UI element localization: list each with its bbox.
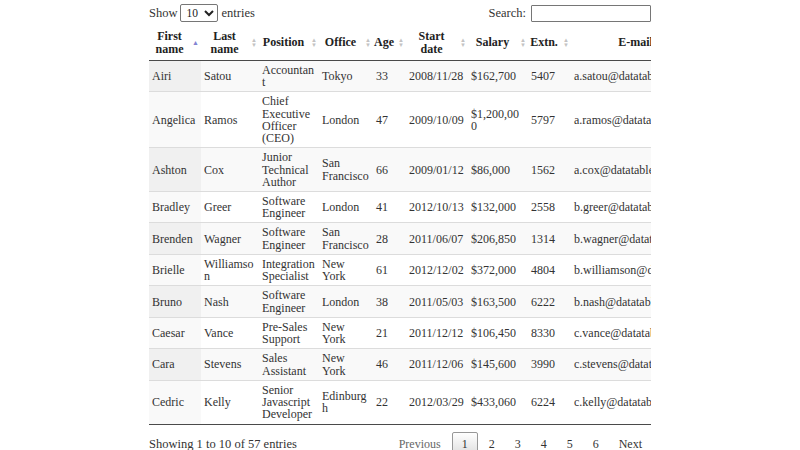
cell-first_name: Bradley [149, 192, 201, 223]
cell-start_date: 2011/05/03 [406, 286, 468, 317]
column-header-office[interactable]: Office▲▼ [319, 26, 373, 60]
cell-last_name: Greer [201, 192, 259, 223]
page-length-select[interactable]: 10 [180, 4, 218, 22]
cell-position: Pre-Sales Support [259, 317, 319, 348]
table-scroll-container: First name▲Last name▲▼Position▲▼Office▲▼… [149, 26, 651, 425]
table-row[interactable]: BradleyGreerSoftware EngineerLondon41201… [149, 192, 651, 223]
column-label: Office [325, 35, 356, 49]
cell-position: Software Engineer [259, 192, 319, 223]
cell-first_name: Brielle [149, 254, 201, 285]
cell-first_name: Angelica [149, 92, 201, 148]
cell-email: b.nash@datatables.net [571, 286, 651, 317]
column-header-start_date[interactable]: Start date▲▼ [406, 26, 468, 60]
pagination-next-button[interactable]: Next [610, 432, 651, 450]
cell-first_name: Ashton [149, 148, 201, 192]
column-label: Last name [211, 29, 239, 56]
column-header-salary[interactable]: Salary▲▼ [468, 26, 528, 60]
table-row[interactable]: AngelicaRamosChief Executive Officer (CE… [149, 92, 651, 148]
cell-start_date: 2012/12/02 [406, 254, 468, 285]
cell-extn: 8330 [528, 317, 571, 348]
table-row[interactable]: BrielleWilliamsonIntegration SpecialistN… [149, 254, 651, 285]
cell-extn: 3990 [528, 349, 571, 380]
cell-office: San Francisco [319, 148, 373, 192]
column-label: Position [263, 35, 304, 49]
column-label: Extn. [530, 35, 558, 49]
sort-both-icon: ▲▼ [365, 38, 371, 48]
sort-both-icon: ▲▼ [311, 38, 317, 48]
table-row[interactable]: BrendenWagnerSoftware EngineerSan Franci… [149, 223, 651, 254]
table-row[interactable]: BrunoNashSoftware EngineerLondon382011/0… [149, 286, 651, 317]
cell-last_name: Kelly [201, 380, 259, 424]
cell-first_name: Brenden [149, 223, 201, 254]
cell-office: New York [319, 349, 373, 380]
cell-age: 61 [373, 254, 406, 285]
pagination-page-button-1[interactable]: 1 [452, 432, 478, 450]
pagination-page-button-3[interactable]: 3 [506, 432, 530, 450]
cell-office: New York [319, 317, 373, 348]
column-header-position[interactable]: Position▲▼ [259, 26, 319, 60]
cell-position: Accountant [259, 60, 319, 91]
cell-extn: 1314 [528, 223, 571, 254]
cell-start_date: 2011/12/12 [406, 317, 468, 348]
table-row[interactable]: CedricKellySenior Javascript DeveloperEd… [149, 380, 651, 424]
table-row[interactable]: AshtonCoxJunior Technical AuthorSan Fran… [149, 148, 651, 192]
cell-office: London [319, 192, 373, 223]
cell-first_name: Airi [149, 60, 201, 91]
cell-extn: 6224 [528, 380, 571, 424]
column-header-last_name[interactable]: Last name▲▼ [201, 26, 259, 60]
column-label: First name [156, 29, 184, 56]
cell-start_date: 2011/12/06 [406, 349, 468, 380]
cell-salary: $433,060 [468, 380, 528, 424]
cell-extn: 2558 [528, 192, 571, 223]
pagination: Previous123456Next [388, 432, 651, 450]
cell-salary: $206,850 [468, 223, 528, 254]
column-header-extn[interactable]: Extn.▲▼ [528, 26, 571, 60]
cell-email: b.greer@datatables.net [571, 192, 651, 223]
sort-ascending-icon: ▲ [192, 40, 199, 45]
cell-office: Tokyo [319, 60, 373, 91]
pagination-page-button-6[interactable]: 6 [584, 432, 608, 450]
cell-last_name: Vance [201, 317, 259, 348]
cell-first_name: Cedric [149, 380, 201, 424]
pagination-page-button-5[interactable]: 5 [558, 432, 582, 450]
sort-both-icon: ▲▼ [398, 38, 404, 48]
datatable-widget: Show10entries Search: First name▲Last na… [149, 0, 651, 450]
table-row[interactable]: CaesarVancePre-Sales SupportNew York2120… [149, 317, 651, 348]
cell-age: 41 [373, 192, 406, 223]
show-label: Show [149, 6, 177, 20]
column-header-first_name[interactable]: First name▲ [149, 26, 201, 60]
cell-age: 22 [373, 380, 406, 424]
cell-email: a.cox@datatables.net [571, 148, 651, 192]
cell-salary: $106,450 [468, 317, 528, 348]
cell-age: 47 [373, 92, 406, 148]
pagination-previous-button[interactable]: Previous [390, 432, 450, 450]
cell-salary: $372,000 [468, 254, 528, 285]
cell-salary: $163,500 [468, 286, 528, 317]
cell-last_name: Nash [201, 286, 259, 317]
cell-extn: 1562 [528, 148, 571, 192]
sort-both-icon: ▲▼ [460, 38, 466, 48]
cell-salary: $145,600 [468, 349, 528, 380]
cell-start_date: 2008/11/28 [406, 60, 468, 91]
cell-position: Software Engineer [259, 223, 319, 254]
page-length-control: Show10entries [149, 4, 255, 22]
cell-last_name: Ramos [201, 92, 259, 148]
cell-start_date: 2012/03/29 [406, 380, 468, 424]
cell-position: Chief Executive Officer (CEO) [259, 92, 319, 148]
pagination-page-button-2[interactable]: 2 [480, 432, 504, 450]
entries-label: entries [221, 6, 254, 20]
cell-position: Software Engineer [259, 286, 319, 317]
table-row[interactable]: AiriSatouAccountantTokyo332008/11/28$162… [149, 60, 651, 91]
search-control: Search: [489, 5, 651, 22]
pagination-page-button-4[interactable]: 4 [532, 432, 556, 450]
cell-extn: 5407 [528, 60, 571, 91]
cell-position: Junior Technical Author [259, 148, 319, 192]
column-header-age[interactable]: Age▲▼ [373, 26, 406, 60]
search-input[interactable] [531, 5, 651, 22]
column-label: E-mail [618, 35, 651, 49]
cell-extn: 5797 [528, 92, 571, 148]
column-label: Age [374, 35, 394, 49]
sort-both-icon: ▲▼ [251, 38, 257, 48]
table-row[interactable]: CaraStevensSales AssistantNew York462011… [149, 349, 651, 380]
column-header-email[interactable]: E-mail▲▼ [571, 26, 651, 60]
